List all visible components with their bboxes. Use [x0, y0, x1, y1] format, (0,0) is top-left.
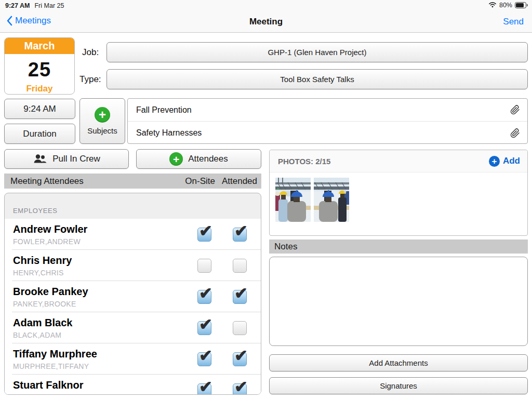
photo-thumbnail[interactable]	[275, 178, 311, 222]
date-month: March	[5, 38, 74, 54]
status-time: 9:27 AM	[5, 2, 30, 9]
attendees-button-label: Attendees	[188, 154, 228, 164]
attended-column-header: Attended	[222, 176, 257, 187]
subjects-button-label: Subjects	[87, 126, 117, 135]
notes-title: Notes	[274, 242, 297, 252]
onsite-checkbox[interactable]	[197, 383, 211, 395]
subject-row[interactable]: Fall Prevention	[128, 99, 527, 122]
attended-checkbox[interactable]	[233, 259, 247, 273]
photo-thumbnail[interactable]	[314, 178, 349, 222]
send-button[interactable]: Send	[503, 17, 524, 27]
page-title: Meeting	[0, 17, 532, 27]
photos-header: PHOTOS: 2/15 + Add	[270, 150, 527, 172]
employee-row: Tiffany MurphreeMURPHREE,TIFFANY	[5, 343, 261, 375]
paperclip-icon[interactable]	[510, 105, 520, 115]
job-field[interactable]: GHP-1 (Glen Haven Project)	[107, 42, 528, 62]
employee-name: Chris Henry	[13, 255, 72, 267]
employee-subname: PANKEY,BROOKE	[13, 300, 76, 308]
employee-row: Andrew FowlerFOWLER,ANDREW	[5, 219, 261, 250]
onsite-checkbox[interactable]	[197, 290, 211, 304]
employee-name: Brooke Pankey	[13, 286, 88, 298]
start-time-value: 9:24 AM	[23, 104, 56, 114]
plus-icon: +	[169, 152, 183, 166]
pull-in-crew-button[interactable]: Pull In Crew	[4, 149, 129, 169]
employees-section-label: EMPLOYEES	[5, 193, 261, 219]
type-field[interactable]: Tool Box Safety Talks	[107, 69, 528, 89]
people-icon	[33, 154, 47, 164]
attended-checkbox[interactable]	[233, 383, 247, 395]
employee-subname: FALKNOR,STUART	[13, 393, 80, 395]
add-photo-button[interactable]: + Add	[489, 156, 520, 167]
top-bars: 9:27 AM Fri Mar 25 80% Meetings Meeting …	[0, 0, 532, 33]
battery-percent: 80%	[499, 2, 512, 9]
attended-checkbox[interactable]	[233, 352, 247, 366]
type-value: Tool Box Safety Talks	[280, 75, 354, 84]
subject-label: Fall Prevention	[136, 105, 192, 115]
pull-in-crew-label: Pull In Crew	[52, 154, 100, 164]
photos-panel: PHOTOS: 2/15 + Add	[269, 150, 528, 236]
job-value: GHP-1 (Glen Haven Project)	[268, 48, 366, 57]
battery-icon	[515, 2, 528, 8]
subjects-list: Fall PreventionSafety Harnesses	[127, 98, 528, 144]
employee-subname: HENRY,CHRIS	[13, 269, 64, 277]
employee-row: Chris HenryHENRY,CHRIS	[5, 250, 261, 281]
onsite-column-header: On-Site	[185, 176, 215, 187]
employees-panel: EMPLOYEES Andrew FowlerFOWLER,ANDREWChri…	[4, 193, 261, 395]
add-attachments-label: Add Attachments	[369, 358, 428, 367]
employee-row: Adam BlackBLACK,ADAM	[5, 312, 261, 343]
employee-row: Stuart FalknorFALKNOR,STUART	[5, 375, 261, 395]
plus-icon: +	[489, 156, 500, 167]
subject-label: Safety Harnesses	[136, 128, 202, 138]
employee-name: Andrew Fowler	[13, 223, 87, 235]
status-bar: 9:27 AM Fri Mar 25 80%	[0, 0, 532, 11]
start-time-button[interactable]: 9:24 AM	[4, 99, 75, 119]
attended-checkbox[interactable]	[233, 228, 247, 242]
employee-subname: FOWLER,ANDREW	[13, 237, 81, 246]
onsite-checkbox[interactable]	[197, 352, 211, 366]
photo-thumbnails	[275, 178, 349, 222]
employee-subname: MURPHREE,TIFFANY	[13, 362, 89, 370]
type-label: Type:	[79, 74, 102, 85]
onsite-checkbox[interactable]	[197, 228, 211, 242]
paperclip-icon[interactable]	[510, 128, 520, 138]
attended-checkbox[interactable]	[233, 290, 247, 304]
employee-subname: BLACK,ADAM	[13, 331, 61, 339]
add-attendees-button[interactable]: + Attendees	[136, 149, 261, 169]
wifi-icon	[488, 2, 497, 8]
employee-row: Brooke PankeyPANKEY,BROOKE	[5, 281, 261, 312]
photos-title: PHOTOS: 2/15	[278, 157, 330, 166]
add-photo-label: Add	[503, 156, 520, 166]
onsite-checkbox[interactable]	[197, 321, 211, 335]
onsite-checkbox[interactable]	[197, 259, 211, 273]
add-subjects-button[interactable]: + Subjects	[79, 98, 125, 144]
employees-rows: Andrew FowlerFOWLER,ANDREWChris HenryHEN…	[5, 219, 261, 395]
subject-row[interactable]: Safety Harnesses	[128, 122, 527, 144]
attended-checkbox[interactable]	[233, 321, 247, 335]
signatures-label: Signatures	[380, 381, 417, 390]
nav-bar: Meetings Meeting Send	[0, 11, 532, 32]
notes-header-bar: Notes	[269, 240, 528, 254]
employee-name: Tiffany Murphree	[13, 348, 97, 360]
date-day: 25	[5, 59, 74, 81]
notes-input[interactable]	[269, 257, 528, 346]
date-weekday: Friday	[5, 84, 74, 94]
status-date: Fri Mar 25	[34, 2, 64, 9]
attendees-header-bar: Meeting Attendees On-Site Attended	[4, 174, 261, 189]
attendees-header-title: Meeting Attendees	[10, 176, 84, 187]
date-card[interactable]: March 25 Friday	[4, 37, 75, 95]
signatures-button[interactable]: Signatures	[269, 377, 528, 394]
duration-button[interactable]: Duration	[4, 124, 75, 144]
add-attachments-button[interactable]: Add Attachments	[269, 354, 528, 371]
job-label: Job:	[82, 47, 105, 58]
duration-label: Duration	[23, 129, 56, 139]
employee-name: Stuart Falknor	[13, 379, 84, 391]
plus-icon: +	[95, 107, 110, 123]
employee-name: Adam Black	[13, 317, 73, 329]
